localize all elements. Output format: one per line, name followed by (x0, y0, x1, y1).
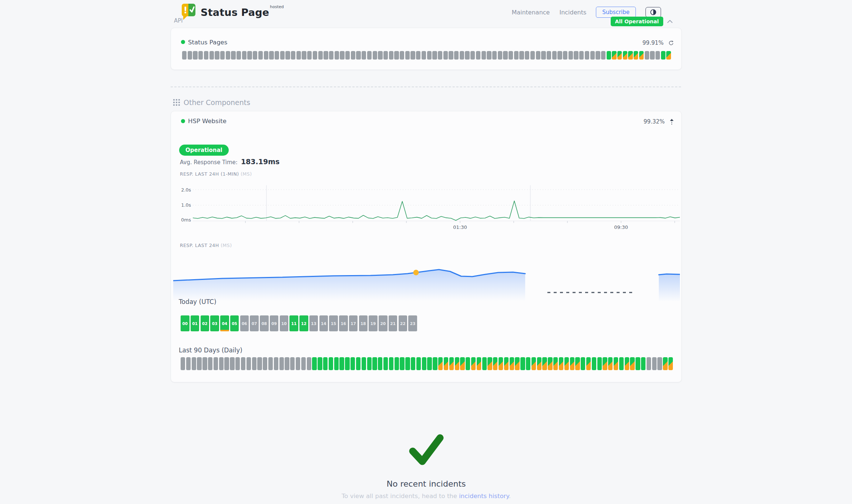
daily-uptime-bar[interactable] (592, 357, 596, 370)
api-uptime-bar[interactable] (280, 51, 285, 60)
api-uptime-bar[interactable] (198, 51, 203, 60)
daily-uptime-bar[interactable] (652, 357, 657, 370)
hour-cell-21[interactable]: 21 (389, 315, 398, 331)
daily-uptime-bar[interactable] (520, 357, 525, 370)
api-uptime-bar[interactable] (416, 51, 420, 60)
daily-uptime-bar[interactable] (372, 357, 377, 370)
daily-uptime-bar[interactable] (334, 357, 339, 370)
daily-uptime-bar[interactable] (416, 357, 421, 370)
daily-uptime-bar[interactable] (647, 357, 651, 370)
daily-uptime-bar[interactable] (657, 357, 662, 370)
api-uptime-bar[interactable] (389, 51, 393, 60)
daily-uptime-bar[interactable] (395, 357, 399, 370)
api-uptime-bar[interactable] (579, 51, 584, 60)
api-uptime-bar[interactable] (400, 51, 404, 60)
daily-uptime-bar[interactable] (575, 357, 580, 370)
daily-uptime-bar[interactable] (586, 357, 591, 370)
hour-cell-05[interactable]: 05 (230, 315, 239, 331)
api-uptime-bar[interactable] (443, 51, 448, 60)
daily-uptime-bar[interactable] (438, 357, 443, 370)
daily-uptime-bar[interactable] (405, 357, 410, 370)
api-uptime-bar[interactable] (519, 51, 524, 60)
daily-uptime-bar[interactable] (542, 357, 547, 370)
daily-uptime-bar[interactable] (252, 357, 256, 370)
daily-uptime-bar[interactable] (296, 357, 300, 370)
daily-uptime-bar[interactable] (477, 357, 481, 370)
hour-cell-11[interactable]: 11 (289, 315, 298, 331)
daily-uptime-bar[interactable] (531, 357, 536, 370)
daily-uptime-bar[interactable] (312, 357, 316, 370)
api-uptime-bar[interactable] (340, 51, 344, 60)
daily-uptime-bar[interactable] (274, 357, 278, 370)
trend-up-arrow-icon[interactable] (670, 119, 674, 125)
daily-uptime-bar[interactable] (400, 357, 404, 370)
hour-cell-19[interactable]: 19 (369, 315, 378, 331)
hour-cell-07[interactable]: 07 (250, 315, 259, 331)
api-uptime-bar[interactable] (568, 51, 573, 60)
daily-uptime-bar[interactable] (427, 357, 432, 370)
daily-uptime-bar[interactable] (235, 357, 240, 370)
subscribe-button[interactable]: Subscribe (596, 7, 636, 18)
daily-uptime-bar[interactable] (285, 357, 289, 370)
api-uptime-bar[interactable] (394, 51, 399, 60)
api-uptime-bar[interactable] (482, 51, 486, 60)
daily-uptime-bar[interactable] (663, 357, 667, 370)
api-uptime-bar[interactable] (362, 51, 366, 60)
api-uptime-bar[interactable] (449, 51, 453, 60)
api-uptime-bar[interactable] (220, 51, 225, 60)
daily-uptime-bar[interactable] (526, 357, 530, 370)
api-uptime-bar[interactable] (302, 51, 306, 60)
api-uptime-bar[interactable] (487, 51, 491, 60)
api-uptime-bar[interactable] (253, 51, 257, 60)
daily-uptime-bar[interactable] (422, 357, 426, 370)
daily-uptime-bar[interactable] (510, 357, 514, 370)
api-uptime-bar[interactable] (465, 51, 469, 60)
hour-cell-00[interactable]: 00 (181, 315, 189, 331)
response-chart-1min[interactable]: 2.0s 1.0s 0ms 01:30 09:30 (171, 185, 681, 233)
daily-uptime-bar[interactable] (564, 357, 569, 370)
api-uptime-bar[interactable] (438, 51, 442, 60)
hour-cell-13[interactable]: 13 (309, 315, 318, 331)
daily-uptime-bar[interactable] (630, 357, 634, 370)
daily-uptime-bar[interactable] (329, 357, 333, 370)
hour-cell-14[interactable]: 14 (319, 315, 328, 331)
api-uptime-bar[interactable] (383, 51, 388, 60)
daily-uptime-bar[interactable] (263, 357, 267, 370)
daily-uptime-bar[interactable] (471, 357, 476, 370)
api-uptime-bar[interactable] (470, 51, 475, 60)
daily-uptime-bar[interactable] (493, 357, 497, 370)
daily-uptime-bar[interactable] (301, 357, 306, 370)
api-uptime-bar[interactable] (188, 51, 192, 60)
daily-uptime-bar[interactable] (241, 357, 245, 370)
daily-uptime-bar[interactable] (230, 357, 234, 370)
daily-uptime-bar[interactable] (181, 357, 185, 370)
api-uptime-bar[interactable] (410, 51, 415, 60)
api-uptime-bar[interactable] (193, 51, 197, 60)
api-uptime-bar[interactable] (552, 51, 557, 60)
api-uptime-bar[interactable] (204, 51, 208, 60)
response-chart-24h[interactable] (173, 259, 680, 309)
daily-uptime-bar[interactable] (186, 357, 191, 370)
api-uptime-bar[interactable] (661, 51, 665, 60)
api-uptime-bar[interactable] (634, 51, 638, 60)
daily-uptime-bar[interactable] (318, 357, 322, 370)
daily-uptime-bar[interactable] (345, 357, 349, 370)
api-uptime-bar[interactable] (323, 51, 328, 60)
api-uptime-bar[interactable] (650, 51, 654, 60)
api-uptime-bar[interactable] (335, 51, 339, 60)
daily-uptime-bar[interactable] (608, 357, 613, 370)
api-uptime-bar[interactable] (590, 51, 595, 60)
api-uptime-bar[interactable] (373, 51, 377, 60)
daily-uptime-bar[interactable] (197, 357, 201, 370)
hour-cell-08[interactable]: 08 (260, 315, 269, 331)
daily-uptime-bar[interactable] (192, 357, 196, 370)
daily-uptime-bar[interactable] (559, 357, 563, 370)
api-uptime-bar[interactable] (432, 51, 437, 60)
api-uptime-bar[interactable] (623, 51, 627, 60)
hour-cell-18[interactable]: 18 (359, 315, 368, 331)
daily-uptime-bar[interactable] (202, 357, 207, 370)
api-uptime-bar[interactable] (628, 51, 633, 60)
api-uptime-bar[interactable] (378, 51, 382, 60)
api-uptime-bar[interactable] (209, 51, 214, 60)
daily-uptime-bar[interactable] (323, 357, 328, 370)
